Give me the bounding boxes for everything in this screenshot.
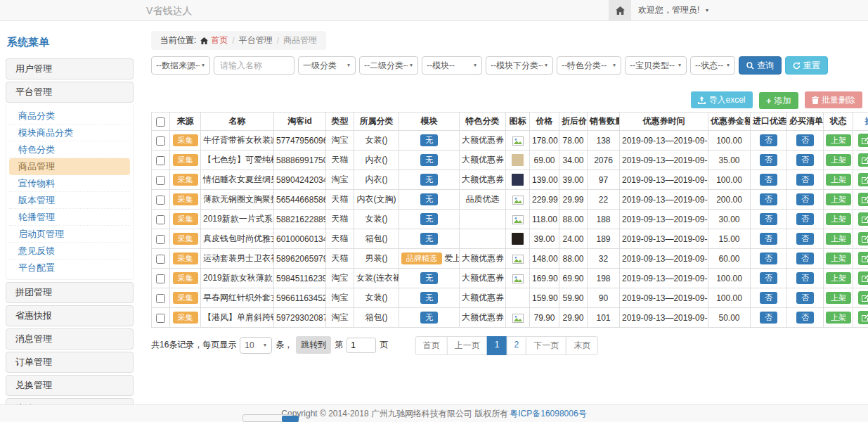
filter-select[interactable]: --模块下分类--▼ (486, 56, 553, 75)
must-buy-flag-badge[interactable]: 否 (796, 272, 814, 285)
filter-select-control[interactable]: --宝贝类型-- (630, 60, 676, 70)
sidebar-item[interactable]: 启动页管理 (9, 226, 130, 243)
filter-select-control[interactable]: --状态-- (695, 60, 725, 70)
must-buy-flag-badge[interactable]: 否 (796, 292, 814, 305)
filter-select-control[interactable]: --模块下分类-- (491, 60, 543, 70)
sidebar-item[interactable]: 商品分类 (9, 108, 130, 124)
reset-button[interactable]: 重置 (785, 56, 828, 75)
edit-button[interactable] (858, 212, 868, 226)
status-badge[interactable]: 上架 (826, 193, 851, 206)
sidebar-item[interactable]: 模块商品分类 (9, 124, 130, 141)
filter-select-control[interactable]: --二级分类-- (364, 60, 408, 70)
must-buy-flag-badge[interactable]: 否 (796, 252, 814, 265)
must-buy-flag-badge[interactable]: 否 (796, 174, 814, 186)
page-button[interactable]: 2 (507, 336, 527, 355)
must-buy-flag-badge[interactable]: 否 (796, 312, 814, 324)
import-flag-badge[interactable]: 否 (760, 154, 777, 167)
import-flag-badge[interactable]: 否 (760, 312, 777, 324)
import-flag-badge[interactable]: 否 (760, 174, 777, 186)
import-flag-badge[interactable]: 否 (760, 272, 777, 285)
row-checkbox[interactable] (156, 156, 165, 165)
select-all-checkbox[interactable] (156, 117, 165, 127)
row-checkbox[interactable] (156, 294, 165, 303)
edit-button[interactable] (858, 252, 868, 265)
page-button[interactable]: 1 (487, 336, 507, 355)
filter-select[interactable]: --状态--▼ (690, 56, 735, 75)
filter-select-control[interactable]: --特色分类-- (562, 60, 611, 70)
jump-page-input[interactable] (346, 338, 376, 353)
sidebar-item[interactable]: 版本管理 (9, 192, 130, 209)
row-checkbox[interactable] (156, 314, 165, 323)
per-page-select[interactable]: 10 ▼ (240, 337, 272, 354)
sidebar-item[interactable]: 特色分类 (9, 141, 130, 158)
must-buy-flag-badge[interactable]: 否 (796, 134, 814, 147)
sidebar-item[interactable]: 意见反馈 (9, 243, 130, 260)
import-flag-badge[interactable]: 否 (760, 213, 777, 226)
import-flag-badge[interactable]: 否 (760, 233, 777, 245)
sidebar-item[interactable]: 宣传物料 (9, 175, 130, 192)
sidebar-panel[interactable]: 拼团管理 (6, 282, 134, 303)
page-button[interactable]: 上一页 (447, 336, 488, 355)
edit-button[interactable] (858, 311, 868, 324)
filter-select[interactable]: --二级分类--▼ (359, 56, 418, 75)
home-button[interactable] (609, 0, 631, 20)
import-flag-badge[interactable]: 否 (760, 252, 777, 265)
breadcrumb-item[interactable]: 平台管理 (239, 34, 273, 46)
must-buy-flag-badge[interactable]: 否 (796, 213, 814, 226)
per-page-select-control[interactable]: 10 (245, 340, 263, 350)
row-checkbox[interactable] (156, 255, 165, 264)
status-badge[interactable]: 上架 (826, 272, 851, 285)
edit-button[interactable] (858, 193, 868, 206)
row-checkbox[interactable] (156, 235, 165, 244)
status-badge[interactable]: 上架 (826, 252, 851, 265)
filter-select-control[interactable]: --模块-- (427, 60, 472, 70)
edit-button[interactable] (858, 271, 868, 285)
filter-select[interactable]: --模块--▼ (422, 56, 482, 75)
sidebar-panel[interactable]: 兑换管理 (6, 375, 134, 396)
icp-link[interactable]: 粤ICP备16098006号 (510, 408, 586, 420)
sidebar-panel[interactable]: 消息管理 (6, 328, 134, 350)
status-badge[interactable]: 上架 (826, 213, 851, 226)
status-badge[interactable]: 上架 (826, 154, 851, 167)
sidebar-panel[interactable]: 订单管理 (6, 352, 134, 373)
edit-button[interactable] (858, 173, 868, 186)
row-checkbox[interactable] (156, 136, 165, 146)
import-flag-badge[interactable]: 否 (760, 134, 777, 147)
add-button[interactable]: + 添加 (759, 92, 798, 109)
status-badge[interactable]: 上架 (826, 312, 851, 324)
sidebar-item[interactable]: 平台配置 (9, 260, 130, 276)
filter-select[interactable]: --数据来源--▼ (151, 56, 210, 75)
sidebar-panel[interactable]: 省惠快报 (6, 305, 134, 326)
sidebar-item[interactable]: 商品管理 (9, 158, 130, 175)
import-flag-badge[interactable]: 否 (760, 193, 777, 206)
edit-button[interactable] (858, 232, 868, 245)
import-excel-button[interactable]: 导入excel (691, 91, 752, 108)
sidebar-panel[interactable]: 平台管理 (6, 82, 134, 103)
page-button[interactable]: 下一页 (526, 336, 566, 355)
filter-select-control[interactable]: --数据来源-- (156, 60, 200, 70)
status-badge[interactable]: 上架 (826, 292, 851, 305)
edit-button[interactable] (858, 134, 868, 147)
row-checkbox[interactable] (156, 274, 165, 283)
row-checkbox[interactable] (156, 196, 165, 205)
status-badge[interactable]: 上架 (826, 233, 851, 245)
status-badge[interactable]: 上架 (826, 174, 851, 186)
status-badge[interactable]: 上架 (826, 134, 851, 147)
row-checkbox[interactable] (156, 176, 165, 185)
edit-button[interactable] (858, 291, 868, 305)
breadcrumb-home-link[interactable]: 首页 (200, 34, 228, 46)
row-checkbox[interactable] (156, 215, 165, 224)
import-flag-badge[interactable]: 否 (760, 292, 777, 305)
jump-button[interactable]: 跳转到 (296, 336, 331, 354)
filter-select[interactable]: --特色分类--▼ (557, 56, 621, 75)
must-buy-flag-badge[interactable]: 否 (796, 233, 814, 245)
page-button[interactable]: 首页 (415, 336, 448, 355)
filter-select[interactable]: 一级分类▼ (298, 56, 356, 75)
batch-delete-button[interactable]: 批量删除 (805, 91, 862, 108)
must-buy-flag-badge[interactable]: 否 (796, 154, 814, 167)
name-search-input[interactable] (214, 56, 294, 75)
edit-button[interactable] (858, 153, 868, 167)
filter-select-control[interactable]: 一级分类 (303, 60, 345, 70)
sidebar-panel[interactable]: 用户管理 (6, 58, 134, 79)
page-button[interactable]: 末页 (566, 336, 598, 355)
